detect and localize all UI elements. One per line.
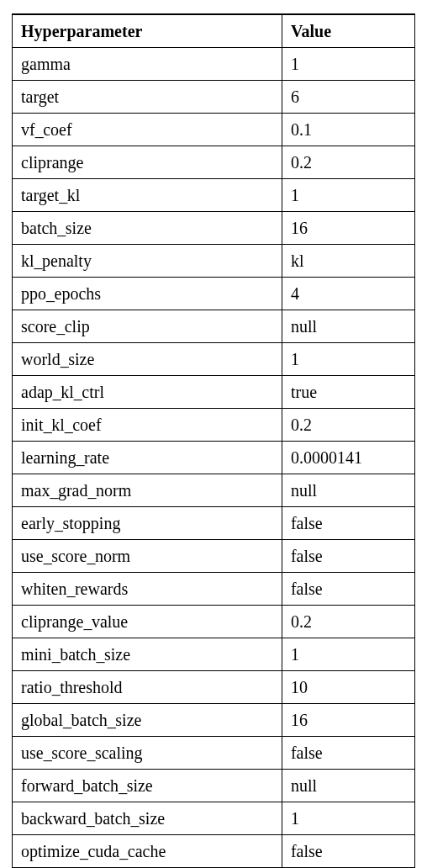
table-row: max_grad_normnull — [13, 474, 415, 507]
param-cell: batch_size — [13, 212, 282, 245]
param-cell: forward_batch_size — [13, 770, 282, 802]
table-row: cliprange_value0.2 — [13, 606, 415, 638]
hyperparameter-table: Hyperparameter Value gamma1target6vf_coe… — [12, 13, 415, 868]
value-cell: false — [282, 737, 414, 770]
param-cell: ppo_epochs — [13, 278, 282, 310]
table-row: use_score_normfalse — [13, 540, 415, 573]
param-cell: global_batch_size — [13, 704, 282, 737]
value-cell: false — [282, 573, 414, 606]
table-row: gamma1 — [13, 48, 415, 81]
table-row: ppo_epochs4 — [13, 278, 415, 310]
table-row: target_kl1 — [13, 179, 415, 212]
table-row: score_clipnull — [13, 310, 415, 343]
value-cell: 1 — [282, 343, 414, 376]
value-cell: 16 — [282, 212, 414, 245]
param-cell: world_size — [13, 343, 282, 376]
value-cell: 1 — [282, 802, 414, 835]
param-cell: vf_coef — [13, 114, 282, 146]
value-cell: 6 — [282, 81, 414, 114]
value-cell: 1 — [282, 48, 414, 81]
col-header-value: Value — [282, 14, 414, 48]
table-row: world_size1 — [13, 343, 415, 376]
param-cell: mini_batch_size — [13, 638, 282, 671]
value-cell: false — [282, 835, 414, 868]
param-cell: init_kl_coef — [13, 409, 282, 442]
table-row: cliprange0.2 — [13, 146, 415, 179]
param-cell: whiten_rewards — [13, 573, 282, 606]
param-cell: gamma — [13, 48, 282, 81]
table-row: global_batch_size16 — [13, 704, 415, 737]
value-cell: 0.0000141 — [282, 442, 414, 474]
value-cell: 1 — [282, 638, 414, 671]
value-cell: 0.2 — [282, 146, 414, 179]
param-cell: backward_batch_size — [13, 802, 282, 835]
table-row: batch_size16 — [13, 212, 415, 245]
value-cell: 10 — [282, 671, 414, 704]
param-cell: target_kl — [13, 179, 282, 212]
col-header-hyperparameter: Hyperparameter — [13, 14, 282, 48]
value-cell: 0.2 — [282, 606, 414, 638]
table-row: early_stoppingfalse — [13, 507, 415, 540]
value-cell: false — [282, 507, 414, 540]
table-row: use_score_scalingfalse — [13, 737, 415, 770]
value-cell: null — [282, 474, 414, 507]
table-row: target6 — [13, 81, 415, 114]
param-cell: learning_rate — [13, 442, 282, 474]
param-cell: cliprange_value — [13, 606, 282, 638]
param-cell: kl_penalty — [13, 245, 282, 278]
value-cell: null — [282, 770, 414, 802]
value-cell: null — [282, 310, 414, 343]
value-cell: 0.2 — [282, 409, 414, 442]
value-cell: 4 — [282, 278, 414, 310]
param-cell: ratio_threshold — [13, 671, 282, 704]
value-cell: false — [282, 540, 414, 573]
param-cell: use_score_scaling — [13, 737, 282, 770]
value-cell: kl — [282, 245, 414, 278]
table-header-row: Hyperparameter Value — [13, 14, 415, 48]
param-cell: adap_kl_ctrl — [13, 376, 282, 409]
value-cell: 0.1 — [282, 114, 414, 146]
table-row: ratio_threshold10 — [13, 671, 415, 704]
value-cell: 1 — [282, 179, 414, 212]
table-row: adap_kl_ctrltrue — [13, 376, 415, 409]
table-row: mini_batch_size1 — [13, 638, 415, 671]
table-row: init_kl_coef0.2 — [13, 409, 415, 442]
table-row: whiten_rewardsfalse — [13, 573, 415, 606]
param-cell: max_grad_norm — [13, 474, 282, 507]
param-cell: score_clip — [13, 310, 282, 343]
param-cell: cliprange — [13, 146, 282, 179]
param-cell: use_score_norm — [13, 540, 282, 573]
param-cell: optimize_cuda_cache — [13, 835, 282, 868]
param-cell: early_stopping — [13, 507, 282, 540]
table-row: optimize_cuda_cachefalse — [13, 835, 415, 868]
table-row: kl_penaltykl — [13, 245, 415, 278]
value-cell: true — [282, 376, 414, 409]
table-row: learning_rate0.0000141 — [13, 442, 415, 474]
value-cell: 16 — [282, 704, 414, 737]
table-row: backward_batch_size1 — [13, 802, 415, 835]
table-row: forward_batch_sizenull — [13, 770, 415, 802]
param-cell: target — [13, 81, 282, 114]
table-row: vf_coef0.1 — [13, 114, 415, 146]
